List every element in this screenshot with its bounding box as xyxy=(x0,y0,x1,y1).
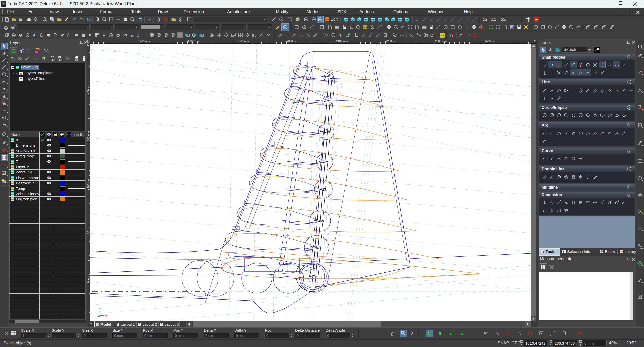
svg-text:D: D xyxy=(618,200,619,202)
svg-text:R: R xyxy=(611,200,612,202)
svg-text:Q: Q xyxy=(466,25,469,29)
svg-text:1: 1 xyxy=(597,48,598,50)
svg-text:}: } xyxy=(47,49,49,53)
svg-text:pdf: pdf xyxy=(535,19,538,21)
svg-text:-x: -x xyxy=(105,314,107,317)
svg-text:S:1: S:1 xyxy=(364,26,367,29)
svg-text:A: A xyxy=(603,200,604,202)
svg-text:{: { xyxy=(43,49,45,53)
svg-text:Y: Y xyxy=(99,307,101,311)
svg-text:3D: 3D xyxy=(137,36,139,38)
svg-text:3: 3 xyxy=(573,133,575,135)
svg-text:Z: Z xyxy=(98,314,100,318)
svg-text:3D: 3D xyxy=(2,109,5,112)
svg-text:3: 3 xyxy=(580,132,581,135)
svg-text:A: A xyxy=(3,94,6,99)
svg-text:ABC: ABC xyxy=(139,17,144,20)
svg-text:ab: ab xyxy=(544,139,546,141)
svg-text:3D: 3D xyxy=(131,35,134,38)
svg-text:pdf: pdf xyxy=(441,34,444,37)
svg-text:Q: Q xyxy=(551,209,553,212)
